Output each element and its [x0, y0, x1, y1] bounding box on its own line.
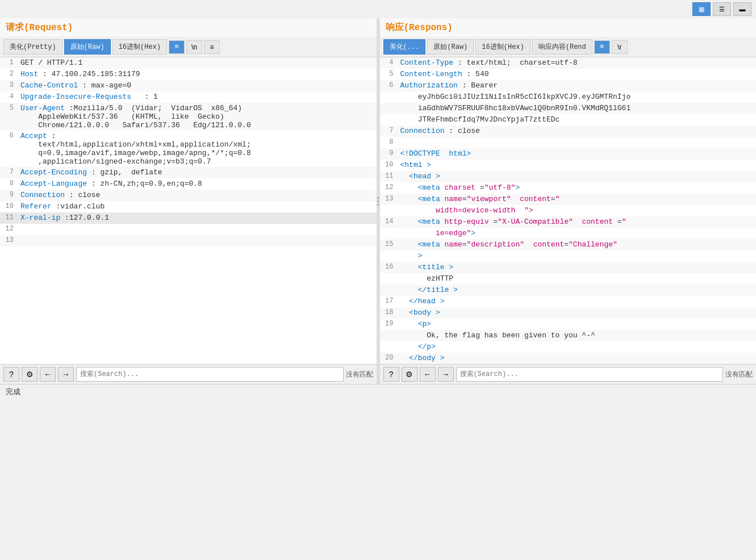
req-line-1: 1 GET / HTTP/1.1 — [0, 57, 377, 69]
req-line-3: 3 Cache-Control : max-age=0 — [0, 80, 377, 91]
req-filter-btn[interactable]: ≡ — [169, 40, 185, 54]
resp-line-9: 9 <!DOCTYPE html> — [380, 148, 757, 160]
resp-line-6c: JTReFhmbcfIdq7MvJDncYpjaT7zttEDc — [380, 114, 757, 126]
req-line-13: 13 — [0, 235, 377, 246]
response-panel: 响应(Respons) 美化(... 原始(Raw) 16进制(Hex) 响应内… — [380, 18, 757, 384]
resp-line-17: 17 </head > — [380, 296, 757, 307]
resp-newline-btn[interactable]: \r — [612, 40, 628, 54]
resp-line-16a: ezHTTP — [380, 273, 757, 285]
layout-single-btn[interactable]: ▬ — [733, 2, 751, 16]
resp-no-match: 没有匹配 — [725, 370, 753, 379]
layout-horizontal-btn[interactable]: ☰ — [713, 2, 731, 16]
req-line-12: 12 — [0, 224, 377, 235]
request-code-area[interactable]: 1 GET / HTTP/1.1 2 Host : 47.100.245.185… — [0, 57, 377, 364]
resp-line-11: 11 <head > — [380, 171, 757, 182]
resp-tab-pretty[interactable]: 美化(... — [383, 39, 426, 55]
resp-filter-btn[interactable]: ≡ — [594, 40, 610, 54]
req-tab-hex[interactable]: 16进制(Hex) — [112, 39, 167, 55]
resp-line-8: 8 — [380, 137, 757, 148]
req-line-11: 11 X-real-ip :127.0.0.1 — [0, 212, 377, 224]
resp-line-5: 5 Content-Length : 540 — [380, 69, 757, 80]
request-panel: 请求(Request) 美化(Pretty) 原始(Raw) 16进制(Hex)… — [0, 18, 377, 384]
status-bar: 完成 — [0, 384, 756, 399]
layout-split-btn[interactable]: ▦ — [692, 2, 711, 16]
req-line-9: 9 Connection : close — [0, 190, 377, 201]
resp-line-19b: </p> — [380, 341, 757, 353]
resp-line-4: 4 Content-Type : text/html; charset=utf-… — [380, 57, 757, 69]
req-wrap-btn[interactable]: ≡ — [204, 40, 220, 54]
req-line-5: 5 User-Agent :Mozilla/5.0 (Vidar; VidarO… — [0, 103, 377, 131]
resp-tab-raw[interactable]: 原始(Raw) — [427, 39, 474, 55]
req-line-8: 8 Accept-Language : zh-CN,zh;q=0.9,en;q=… — [0, 178, 377, 190]
req-newline-btn[interactable]: \n — [186, 40, 202, 54]
response-title: 响应(Respons) — [380, 18, 757, 37]
req-line-2: 2 Host : 47.100.245.185:31179 — [0, 69, 377, 80]
req-settings-btn[interactable]: ⚙ — [22, 367, 37, 382]
request-bottom-bar: ? ⚙ ← → 没有匹配 — [0, 364, 377, 384]
resp-help-btn[interactable]: ? — [383, 367, 399, 382]
req-tab-pretty[interactable]: 美化(Pretty) — [3, 39, 62, 55]
resp-search-input[interactable] — [456, 367, 724, 382]
resp-back-btn[interactable]: ← — [420, 367, 436, 382]
resp-line-15a: > — [380, 250, 757, 262]
resp-line-6a: eyJhbGci0iJIUzI1NiIsInR5cCI6IkpXVCJ9.eyJ… — [380, 91, 757, 103]
request-toolbar: 美化(Pretty) 原始(Raw) 16进制(Hex) ≡ \n ≡ — [0, 37, 377, 57]
resp-line-15: 15 <meta name=″description″ content=″Cha… — [380, 239, 757, 250]
resp-tab-hex[interactable]: 16进制(Hex) — [475, 39, 530, 55]
response-bottom-bar: ? ⚙ ← → 没有匹配 — [380, 364, 757, 384]
resp-line-16b: </title > — [380, 285, 757, 296]
resp-forward-btn[interactable]: → — [438, 367, 454, 382]
resp-line-14a: ie=edge″> — [380, 228, 757, 239]
response-code-area[interactable]: 4 Content-Type : text/html; charset=utf-… — [380, 57, 757, 364]
resp-line-19a: Ok, the flag has been given to you ^-^ — [380, 330, 757, 341]
req-back-btn[interactable]: ← — [40, 367, 56, 382]
req-line-7: 7 Accept-Encoding : gzip, deflate — [0, 167, 377, 178]
resp-line-14: 14 <meta http-equiv =″X-UA-Compatible″ c… — [380, 216, 757, 228]
status-text: 完成 — [6, 388, 20, 396]
req-line-6: 6 Accept : text/html,application/xhtml+x… — [0, 131, 377, 167]
resp-line-18: 18 <body > — [380, 307, 757, 319]
resp-line-6b: iaGdhbWV7SFRUUF8hc18xbVAwclQ0bnR9In0.VKM… — [380, 103, 757, 114]
req-forward-btn[interactable]: → — [58, 367, 74, 382]
req-line-4: 4 Upgrade-Insecure-Requests : 1 — [0, 91, 377, 103]
resp-line-10: 10 <html > — [380, 160, 757, 171]
response-toolbar: 美化(... 原始(Raw) 16进制(Hex) 响应内容(Rend ≡ \r — [380, 37, 757, 57]
request-title: 请求(Request) — [0, 18, 377, 37]
panels-wrapper: 请求(Request) 美化(Pretty) 原始(Raw) 16进制(Hex)… — [0, 18, 756, 384]
req-help-btn[interactable]: ? — [3, 367, 19, 382]
resp-line-16: 16 <title > — [380, 262, 757, 273]
resp-line-13: 13 <meta name=″viewport″ content=″ — [380, 194, 757, 205]
resp-line-20: 20 </body > — [380, 353, 757, 364]
resp-line-12: 12 <meta charset =″utf-8″> — [380, 182, 757, 194]
req-tab-raw[interactable]: 原始(Raw) — [64, 39, 111, 55]
req-no-match: 没有匹配 — [346, 370, 373, 379]
resp-tab-rend[interactable]: 响应内容(Rend — [532, 39, 592, 55]
req-search-input[interactable] — [76, 367, 344, 382]
resp-line-13a: width=device-width ″> — [380, 205, 757, 216]
resp-line-6: 6 Authorization : Bearer — [380, 80, 757, 91]
top-bar: ▦ ☰ ▬ — [0, 0, 756, 18]
req-line-10: 10 Referer :vidar.club — [0, 201, 377, 212]
resp-settings-btn[interactable]: ⚙ — [402, 367, 417, 382]
resp-line-7: 7 Connection : close — [380, 126, 757, 137]
resp-line-19: 19 <p> — [380, 319, 757, 330]
